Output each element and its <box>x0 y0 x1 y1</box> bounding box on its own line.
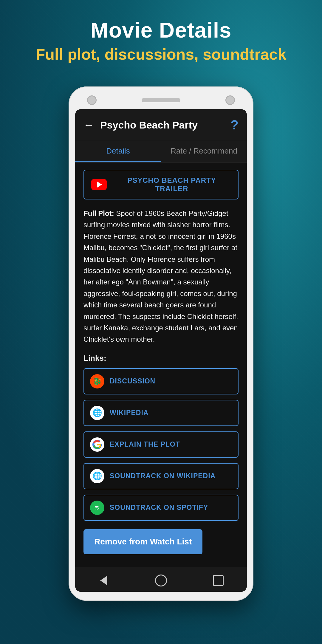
plot-body: Spoof of 1960s Beach Party/Gidget surfin… <box>83 209 238 343</box>
explain-plot-label: EXPLAIN THE PLOT <box>110 440 180 448</box>
soundtrack-spotify-label: SOUNDTRACK ON SPOTIFY <box>110 504 208 512</box>
phone-top-bar <box>75 95 247 105</box>
soundtrack-wikipedia-button[interactable]: 🌐 SOUNDTRACK ON WIKIPEDIA <box>83 463 239 489</box>
trailer-label: PSYCHO BEACH PARTY TRAILER <box>113 176 231 193</box>
header-section: Movie Details Full plot, discussions, so… <box>0 18 322 63</box>
tab-rate-recommend[interactable]: Rate / Recommend <box>161 141 247 162</box>
content-area: PSYCHO BEACH PARTY TRAILER Full Plot: Sp… <box>75 162 247 567</box>
play-triangle <box>97 182 102 188</box>
back-button[interactable]: ← <box>83 119 94 131</box>
plot-label: Full Plot: <box>83 209 114 217</box>
nav-home-button[interactable] <box>154 573 168 588</box>
app-toolbar: ← Psycho Beach Party ? <box>75 109 247 141</box>
soundtrack-wikipedia-label: SOUNDTRACK ON WIKIPEDIA <box>110 472 216 480</box>
phone-speaker <box>142 98 180 102</box>
reddit-icon: 🐉 <box>90 374 104 388</box>
page-title: Movie Details <box>0 18 322 42</box>
back-nav-icon <box>100 576 107 585</box>
help-button[interactable]: ? <box>230 117 239 132</box>
soundtrack-wikipedia-icon: 🌐 <box>90 469 104 483</box>
youtube-icon <box>91 179 107 190</box>
trailer-button[interactable]: PSYCHO BEACH PARTY TRAILER <box>83 170 239 199</box>
tab-bar: Details Rate / Recommend <box>75 141 247 162</box>
wikipedia-icon: 🌐 <box>90 406 104 420</box>
wikipedia-label: WIKIPEDIA <box>110 409 148 417</box>
nav-back-button[interactable] <box>97 573 111 588</box>
discussion-label: DISCUSSION <box>110 377 155 385</box>
phone-camera <box>87 95 97 105</box>
recent-nav-icon <box>213 575 224 586</box>
phone-nav-bar <box>75 567 247 592</box>
home-nav-icon <box>155 575 167 586</box>
movie-title-toolbar: Psycho Beach Party <box>100 119 230 131</box>
phone-sensor <box>225 95 235 105</box>
links-label: Links: <box>83 354 239 363</box>
plot-text: Full Plot: Spoof of 1960s Beach Party/Gi… <box>83 208 239 345</box>
page-subtitle: Full plot, discussions, soundtrack <box>0 45 322 63</box>
phone-shell: ← Psycho Beach Party ? Details Rate / Re… <box>69 86 253 601</box>
phone-device: ← Psycho Beach Party ? Details Rate / Re… <box>69 86 253 601</box>
soundtrack-spotify-button[interactable]: SOUNDTRACK ON SPOTIFY <box>83 495 239 521</box>
wikipedia-button[interactable]: 🌐 WIKIPEDIA <box>83 400 239 426</box>
explain-plot-button[interactable]: EXPLAIN THE PLOT <box>83 431 239 458</box>
discussion-button[interactable]: 🐉 DISCUSSION <box>83 368 239 394</box>
remove-watchlist-button[interactable]: Remove from Watch List <box>83 529 202 554</box>
nav-recent-button[interactable] <box>211 573 225 588</box>
phone-screen: ← Psycho Beach Party ? Details Rate / Re… <box>75 109 247 592</box>
spotify-icon <box>90 501 104 515</box>
tab-details[interactable]: Details <box>75 141 161 162</box>
google-icon <box>90 437 104 452</box>
